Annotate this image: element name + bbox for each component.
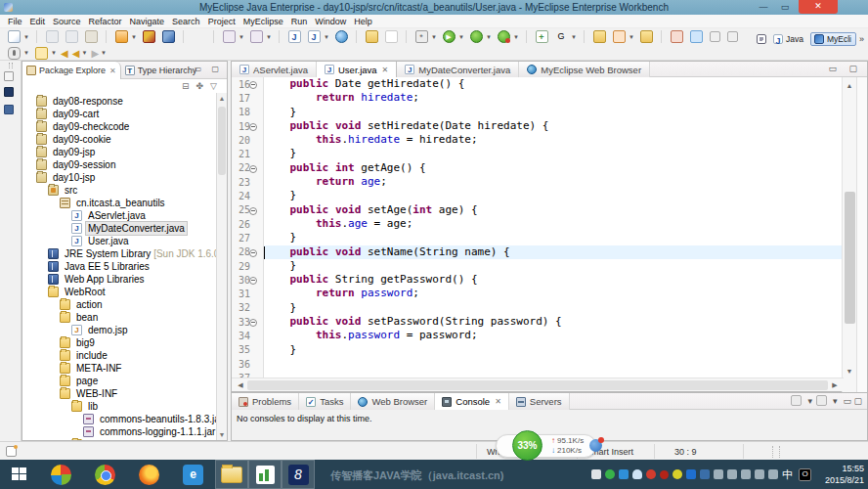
editor-tab-mydateconverter-java[interactable]: JMyDateConverter.java bbox=[397, 62, 519, 77]
fold-collapse-icon[interactable] bbox=[248, 77, 257, 91]
tree-item-include[interactable]: include bbox=[60, 349, 109, 362]
editor-vscrollbar[interactable]: ▲ ▼ bbox=[842, 77, 856, 393]
dropdown-caret-icon[interactable]: ▼ bbox=[131, 34, 138, 40]
fold-collapse-icon[interactable] bbox=[248, 203, 257, 217]
tree-item-day08-response[interactable]: day08-response bbox=[36, 95, 125, 108]
menu-file[interactable]: File bbox=[4, 15, 26, 28]
runtool-icon[interactable] bbox=[498, 30, 510, 43]
tray-red2-icon[interactable] bbox=[660, 470, 669, 479]
folder3-icon[interactable] bbox=[640, 30, 653, 43]
tray-g5-icon[interactable] bbox=[768, 469, 778, 479]
save-icon[interactable] bbox=[46, 30, 59, 43]
dropdown-caret-icon[interactable]: ▼ bbox=[101, 50, 108, 56]
tree-item-day09-jsp[interactable]: day09-jsp bbox=[36, 146, 97, 158]
taskbar-app-chrome[interactable] bbox=[83, 460, 127, 489]
dropdown-caret-icon[interactable]: ▼ bbox=[23, 34, 30, 40]
tree-item-META-INF[interactable]: META-INF bbox=[60, 362, 123, 375]
ball-app-icon[interactable] bbox=[589, 439, 602, 452]
tree-item-demo.jsp[interactable]: Jdemo.jsp bbox=[71, 324, 130, 336]
menu-search[interactable]: Search bbox=[168, 15, 204, 28]
tree-item-day10-jsp[interactable]: day10-jsp bbox=[36, 171, 97, 184]
view-menu-icon[interactable]: ▽ bbox=[210, 81, 217, 91]
tree-item-Web App Libraries[interactable]: Web App Libraries bbox=[48, 273, 147, 286]
taskbar-app-start[interactable] bbox=[0, 460, 39, 489]
speed-ball-overlay[interactable]: 95.1K/s 210K/s 33% bbox=[512, 430, 610, 461]
dropdown-caret-icon[interactable]: ▼ bbox=[486, 34, 493, 40]
code-editor[interactable]: 16 public Date getHiredate() {17 return … bbox=[232, 77, 844, 379]
open-console-icon[interactable] bbox=[791, 395, 802, 406]
collapse-all-icon[interactable]: ⊟ bbox=[182, 81, 190, 91]
editor-tab-user-java[interactable]: JUser.java✕ bbox=[317, 62, 397, 77]
editor-vscroll-thumb[interactable] bbox=[845, 192, 855, 324]
editor-minmax-icons[interactable]: ▭ ▢ bbox=[828, 64, 862, 73]
tray-kbd-icon[interactable] bbox=[591, 469, 601, 479]
menu-window[interactable]: Window bbox=[311, 15, 350, 28]
console-tab-tasks[interactable]: ✓Tasks bbox=[299, 393, 351, 410]
tree-item-day09-session[interactable]: day09-session bbox=[36, 158, 117, 171]
dropdown-caret-icon[interactable]: ▼ bbox=[81, 50, 88, 56]
tray-win-icon[interactable] bbox=[619, 469, 629, 479]
print-icon[interactable] bbox=[85, 30, 98, 43]
last-edit-icon[interactable]: ◀ bbox=[61, 47, 68, 60]
java-perspective-button[interactable]: JJava bbox=[770, 33, 807, 45]
close-tab-icon[interactable]: ✕ bbox=[495, 397, 501, 406]
gray1-icon[interactable] bbox=[710, 31, 720, 42]
run-green-icon[interactable]: ▶ bbox=[443, 30, 456, 43]
new-icon[interactable] bbox=[8, 30, 21, 43]
lantern-icon[interactable] bbox=[671, 30, 683, 43]
tray-g3-icon[interactable] bbox=[741, 469, 751, 479]
tree-item-day09-cookie[interactable]: day09-cookie bbox=[36, 133, 112, 146]
dropdown2-icon[interactable]: ▾ bbox=[833, 396, 838, 406]
grid-icon[interactable]: + bbox=[536, 30, 548, 43]
saveall-icon[interactable] bbox=[65, 30, 78, 43]
fold-collapse-icon[interactable] bbox=[248, 273, 257, 287]
tray-red-icon[interactable] bbox=[646, 469, 656, 479]
dropdown-caret-icon[interactable]: ▼ bbox=[571, 34, 578, 40]
fold-collapse-icon[interactable] bbox=[248, 161, 257, 175]
close-button[interactable]: ✕ bbox=[799, 0, 838, 14]
jrun-icon[interactable]: J bbox=[308, 30, 321, 43]
console-tab-problems[interactable]: Problems bbox=[232, 393, 299, 410]
tray-g1-icon[interactable] bbox=[714, 469, 723, 479]
taskbar-app-firefox[interactable] bbox=[127, 460, 171, 489]
taskbar-app-eight[interactable]: 8 bbox=[282, 460, 315, 489]
scroll-up-icon[interactable]: ▲ bbox=[843, 79, 856, 92]
flash-icon[interactable] bbox=[385, 30, 398, 43]
menu-edit[interactable]: Edit bbox=[26, 15, 50, 28]
editor-tab-aservlet-java[interactable]: JAServlet.java bbox=[232, 62, 317, 77]
tree-item-big9[interactable]: big9 bbox=[60, 336, 97, 349]
dropdown-caret-icon[interactable]: ▼ bbox=[458, 34, 465, 40]
console-tab-web-browser[interactable]: Web Browser bbox=[351, 393, 435, 410]
tray-green-icon[interactable] bbox=[605, 469, 615, 479]
tree-item-commons-beanutils-1.8.3.jar[interactable]: commons-beanutils-1.8.3.jar bbox=[83, 413, 216, 425]
torch-icon[interactable] bbox=[35, 47, 48, 60]
console-minmax-icons[interactable]: ▭ ▢ bbox=[843, 396, 862, 406]
fold-collapse-icon[interactable] bbox=[248, 315, 257, 329]
tab-type-hierarchy[interactable]: T Type Hierarchy bbox=[121, 62, 201, 79]
dropdown-caret-icon[interactable]: ▼ bbox=[513, 34, 520, 40]
tree-item-day09-checkcode[interactable]: day09-checkcode bbox=[36, 120, 131, 133]
jadd-icon[interactable]: J bbox=[288, 30, 301, 43]
tree-item-WEB-INF[interactable]: WEB-INF bbox=[60, 387, 119, 400]
link-editor-icon[interactable]: ✤ bbox=[196, 81, 204, 91]
tree-item-action[interactable]: action bbox=[60, 298, 105, 311]
fold-collapse-icon[interactable] bbox=[248, 245, 257, 259]
explorer-minmax-icons[interactable]: ▭ ▢ bbox=[195, 65, 223, 73]
new-console-icon[interactable] bbox=[816, 395, 827, 406]
gear-icon[interactable]: * bbox=[415, 30, 428, 43]
dropdown-caret-icon[interactable]: ▼ bbox=[324, 34, 330, 40]
tree-item-User.java[interactable]: JUser.java bbox=[71, 235, 131, 247]
forward-icon[interactable]: ▶ bbox=[91, 47, 99, 60]
tray-yellow-icon[interactable] bbox=[673, 469, 682, 479]
mic-icon[interactable] bbox=[8, 47, 21, 60]
tree-item-Java EE 5 Libraries[interactable]: Java EE 5 Libraries bbox=[48, 260, 152, 273]
back-icon[interactable]: ◀ bbox=[72, 47, 80, 60]
tree-item-page[interactable]: page bbox=[60, 375, 100, 387]
dropdown-caret-icon[interactable]: ▼ bbox=[629, 34, 635, 40]
menu-myeclipse[interactable]: MyEclipse bbox=[239, 15, 287, 28]
cube-blue-icon[interactable] bbox=[162, 30, 175, 43]
scroll-down-icon[interactable]: ▼ bbox=[843, 365, 856, 378]
tray-osq-icon[interactable]: O bbox=[799, 468, 811, 481]
maximize-button[interactable]: ▭ bbox=[778, 2, 792, 12]
cube-red-icon[interactable] bbox=[143, 30, 155, 43]
